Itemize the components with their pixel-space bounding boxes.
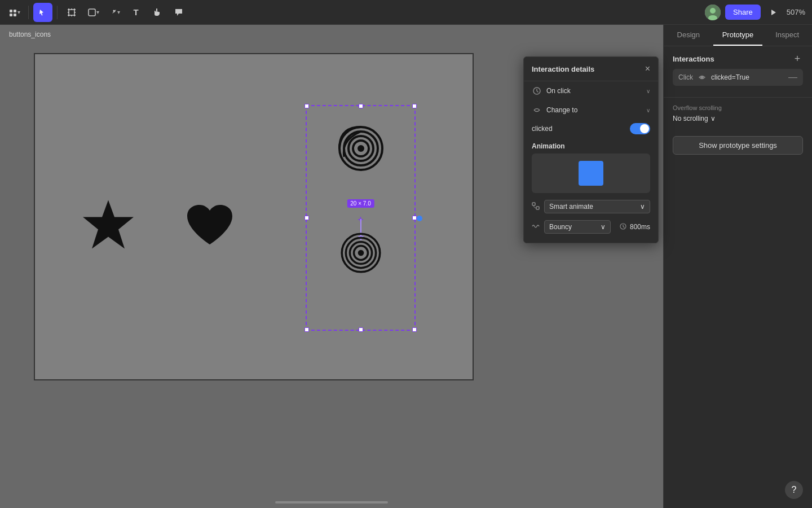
interaction-row[interactable]: Click clicked=True — bbox=[673, 69, 803, 86]
interactions-header: Interactions + bbox=[673, 53, 803, 64]
share-button[interactable]: Share bbox=[725, 5, 761, 20]
toggle-row: clicked bbox=[524, 120, 658, 138]
handle-tl[interactable] bbox=[304, 104, 309, 108]
play-button[interactable] bbox=[765, 4, 782, 21]
action-icon bbox=[532, 105, 542, 115]
toggle-label: clicked bbox=[532, 125, 553, 133]
handle-br[interactable] bbox=[412, 327, 417, 332]
frame-tool[interactable] bbox=[62, 3, 81, 22]
trigger-label: On click bbox=[546, 87, 642, 95]
overflow-value-text: No scrolling bbox=[673, 115, 708, 122]
svg-rect-0 bbox=[10, 10, 12, 12]
action-chevron-icon: ∨ bbox=[646, 107, 650, 113]
interaction-details-title: Interaction details bbox=[532, 65, 594, 73]
toolbar-right: Share 507% bbox=[698, 4, 812, 21]
action-label: Change to bbox=[546, 106, 642, 114]
smart-animate-label: Smart animate bbox=[549, 203, 593, 211]
handle-tm[interactable] bbox=[359, 104, 363, 108]
help-button[interactable]: ? bbox=[785, 481, 803, 499]
pen-tool[interactable]: ▾ bbox=[105, 3, 124, 22]
handle-ml[interactable] bbox=[304, 216, 309, 220]
move-tool[interactable] bbox=[33, 3, 52, 22]
overflow-value-row[interactable]: No scrolling ∨ bbox=[673, 115, 803, 122]
handle-tr[interactable] bbox=[412, 104, 417, 108]
handle-bl[interactable] bbox=[304, 327, 309, 332]
overflow-section: Overflow scrolling No scrolling ∨ bbox=[664, 97, 812, 129]
menu-button[interactable]: ▾ bbox=[5, 3, 24, 22]
comment-tool[interactable] bbox=[169, 3, 188, 22]
duration-value: 800ms bbox=[630, 223, 650, 231]
fingerprint-bottom bbox=[338, 230, 383, 275]
svg-point-33 bbox=[358, 250, 364, 256]
size-label: 20 × 7.0 bbox=[347, 199, 374, 208]
svg-rect-2 bbox=[10, 14, 12, 16]
smart-animate-icon bbox=[532, 202, 540, 212]
animation-preview bbox=[532, 154, 650, 193]
svg-marker-23 bbox=[83, 200, 134, 249]
tab-inspect[interactable]: Inspect bbox=[762, 25, 812, 46]
svg-rect-1 bbox=[14, 10, 16, 12]
show-prototype-settings-button[interactable]: Show prototype settings bbox=[673, 136, 803, 155]
interactions-title: Interactions bbox=[673, 55, 714, 63]
handle-mr[interactable] bbox=[412, 216, 417, 220]
tab-prototype[interactable]: Prototype bbox=[713, 25, 763, 46]
heart-icon bbox=[184, 202, 235, 256]
action-row[interactable]: Change to ∨ bbox=[524, 100, 658, 120]
anchor-dot bbox=[417, 216, 422, 221]
smart-animate-row[interactable]: Smart animate ∨ bbox=[524, 198, 658, 216]
interaction-details-panel: Interaction details × On click ∨ Change … bbox=[523, 56, 659, 243]
animation-preview-square bbox=[579, 161, 603, 186]
svg-rect-4 bbox=[69, 10, 74, 15]
interaction-details-close-button[interactable]: × bbox=[645, 64, 650, 74]
interaction-value: clicked=True bbox=[711, 73, 784, 81]
svg-rect-3 bbox=[14, 14, 16, 16]
interactions-section: Interactions + Click clicked=True — bbox=[664, 46, 812, 97]
bouncy-select[interactable]: Bouncy ∨ bbox=[544, 220, 611, 234]
handle-bm[interactable] bbox=[359, 327, 363, 332]
toolbar: ▾ ▾ bbox=[0, 0, 812, 25]
canvas-frame: 20 × 7.0 + bbox=[34, 53, 474, 380]
fingerprint-top bbox=[336, 123, 386, 174]
toggle-thumb bbox=[640, 124, 649, 133]
toolbar-tools: ▾ ▾ bbox=[0, 3, 193, 22]
shape-tool[interactable]: ▾ bbox=[83, 3, 103, 22]
add-interaction-button[interactable]: + bbox=[792, 53, 803, 64]
zoom-display[interactable]: 507% bbox=[787, 8, 805, 16]
right-panel: Design Prototype Inspect Interactions + … bbox=[663, 25, 812, 508]
svg-point-34 bbox=[701, 76, 703, 78]
star-icon bbox=[80, 198, 136, 261]
canvas-scrollbar[interactable] bbox=[275, 501, 388, 503]
bouncy-row[interactable]: Bouncy ∨ 800ms bbox=[524, 218, 658, 236]
toggle-switch[interactable] bbox=[630, 123, 650, 134]
svg-rect-36 bbox=[532, 203, 535, 205]
bouncy-icon bbox=[532, 222, 540, 232]
tab-design[interactable]: Design bbox=[664, 25, 713, 46]
remove-interaction-button[interactable]: — bbox=[788, 72, 797, 82]
svg-rect-17 bbox=[89, 9, 95, 16]
trigger-chevron-icon: ∨ bbox=[646, 88, 650, 94]
interaction-details-header: Interaction details × bbox=[524, 57, 658, 81]
smart-animate-select[interactable]: Smart animate ∨ bbox=[544, 200, 650, 213]
svg-point-20 bbox=[710, 8, 716, 14]
trigger-icon bbox=[532, 86, 542, 96]
overflow-label: Overflow scrolling bbox=[673, 104, 803, 111]
duration-row: 800ms bbox=[620, 223, 650, 231]
avatar bbox=[705, 5, 721, 20]
selected-element[interactable]: 20 × 7.0 + bbox=[306, 105, 416, 331]
smart-animate-chevron-icon: ∨ bbox=[640, 203, 645, 211]
svg-marker-22 bbox=[771, 10, 776, 15]
trigger-row[interactable]: On click ∨ bbox=[524, 81, 658, 100]
animation-label: Animation bbox=[524, 138, 658, 154]
toolbar-separator-1 bbox=[28, 6, 29, 19]
svg-point-28 bbox=[358, 145, 364, 152]
bouncy-chevron-icon: ∨ bbox=[601, 223, 606, 231]
hand-tool[interactable] bbox=[148, 3, 167, 22]
toolbar-separator-2 bbox=[57, 6, 58, 19]
bouncy-label: Bouncy bbox=[549, 223, 572, 231]
interaction-icon bbox=[698, 73, 707, 82]
breadcrumb: buttons_icons bbox=[9, 30, 51, 38]
svg-rect-37 bbox=[536, 207, 539, 209]
duration-icon bbox=[620, 223, 626, 231]
text-tool[interactable]: T bbox=[126, 3, 145, 22]
overflow-chevron-icon: ∨ bbox=[710, 115, 716, 122]
